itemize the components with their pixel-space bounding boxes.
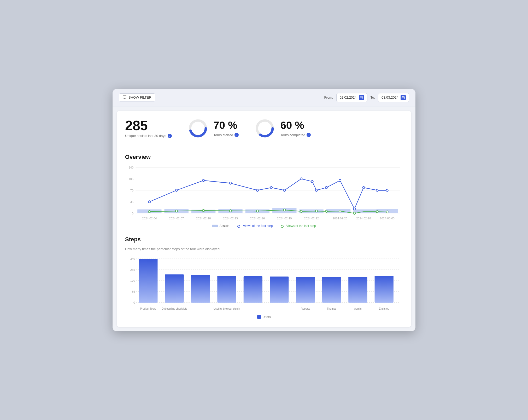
svg-text:2024-02-07: 2024-02-07 <box>169 217 184 220</box>
svg-point-54 <box>386 211 388 213</box>
unique-assists-value: 285 <box>125 119 172 132</box>
svg-point-50 <box>325 210 327 212</box>
svg-point-39 <box>362 186 365 188</box>
to-calendar-icon[interactable] <box>401 95 406 100</box>
unique-assists-stat: 285 Unique assists last 30 days ? <box>125 119 172 138</box>
svg-point-46 <box>256 210 259 212</box>
legend-assists-icon <box>212 225 218 227</box>
tours-started-value: 70 % <box>214 119 239 131</box>
svg-text:2024-02-28: 2024-02-28 <box>356 217 371 220</box>
svg-point-28 <box>202 179 204 181</box>
overview-legend: Assists Views of the first step Views of… <box>125 224 403 228</box>
to-date-input[interactable]: 03.03.2024 <box>378 93 409 102</box>
from-date-input[interactable]: 02.02.2024 <box>336 93 367 102</box>
svg-text:Themes: Themes <box>327 307 336 310</box>
filter-label: SHOW FILTER <box>128 95 151 99</box>
svg-point-53 <box>376 211 378 213</box>
svg-point-38 <box>353 208 355 210</box>
svg-point-34 <box>311 180 313 182</box>
svg-text:340: 340 <box>130 257 135 260</box>
svg-point-29 <box>230 182 232 184</box>
svg-text:70: 70 <box>130 189 133 192</box>
overview-chart: 140 105 70 35 0 <box>125 165 403 222</box>
tours-completed-label: Tours completed ? <box>280 133 311 137</box>
from-date-value: 02.02.2024 <box>340 95 357 99</box>
svg-text:Usetiful browser plugin: Usetiful browser plugin <box>214 307 240 310</box>
bar-chart-legend: Users <box>125 315 403 319</box>
svg-rect-1 <box>402 97 404 99</box>
svg-text:End step: End step <box>379 307 389 310</box>
svg-text:Onboarding checklists: Onboarding checklists <box>161 307 187 310</box>
svg-text:2024-03-03: 2024-03-03 <box>380 217 395 220</box>
svg-point-30 <box>256 189 259 191</box>
svg-point-40 <box>376 189 378 191</box>
svg-text:Reports: Reports <box>301 307 310 310</box>
main-content: 285 Unique assists last 30 days ? 70 % <box>117 111 411 327</box>
stats-row: 285 Unique assists last 30 days ? 70 % <box>125 118 403 146</box>
svg-rect-83 <box>270 277 289 303</box>
tours-completed-stat: 60 % Tours completed ? <box>254 118 311 139</box>
svg-text:2024-02-25: 2024-02-25 <box>333 217 347 220</box>
tours-started-donut <box>187 118 208 139</box>
svg-point-31 <box>270 186 272 188</box>
svg-rect-88 <box>348 277 367 303</box>
from-calendar-icon[interactable] <box>359 95 364 100</box>
show-filter-button[interactable]: SHOW FILTER <box>119 93 155 101</box>
svg-point-51 <box>339 210 341 212</box>
tours-completed-donut <box>254 118 275 139</box>
tours-started-label: Tours started ? <box>214 133 239 137</box>
svg-text:Admin: Admin <box>354 307 361 310</box>
bar-legend-icon <box>257 315 261 319</box>
svg-text:2024-02-10: 2024-02-10 <box>196 217 211 220</box>
legend-last-step: Views of the last step <box>279 224 316 228</box>
tours-completed-help-icon[interactable]: ? <box>307 133 311 137</box>
svg-text:140: 140 <box>129 166 133 169</box>
legend-assists: Assists <box>212 224 229 228</box>
unique-assists-label: Unique assists last 30 days ? <box>125 134 172 138</box>
tours-started-help-icon[interactable]: ? <box>234 133 239 137</box>
tours-started-stat: 70 % Tours started ? <box>187 118 239 139</box>
svg-point-37 <box>339 179 341 181</box>
svg-rect-90 <box>375 276 394 303</box>
legend-last-step-icon <box>279 226 285 226</box>
steps-title: Steps <box>125 236 403 243</box>
to-label: To: <box>371 95 375 99</box>
svg-text:2024-02-04: 2024-02-04 <box>142 217 157 220</box>
legend-first-step: Views of the first step <box>236 224 273 228</box>
overview-section: Overview 140 105 70 35 0 <box>125 154 403 228</box>
svg-point-48 <box>300 210 302 212</box>
svg-text:105: 105 <box>129 177 133 180</box>
svg-point-44 <box>202 209 204 211</box>
svg-point-41 <box>386 189 388 191</box>
date-range: From: 02.02.2024 To: 03.03.2024 <box>324 93 409 102</box>
unique-assists-help-icon[interactable]: ? <box>168 134 172 138</box>
steps-chart: 340 255 170 85 0 Product Tours <box>125 256 403 314</box>
steps-subtitle: How many times the particular steps of t… <box>125 247 403 251</box>
svg-point-43 <box>175 210 178 212</box>
legend-assists-label: Assists <box>219 224 229 228</box>
svg-point-27 <box>175 189 178 191</box>
svg-text:85: 85 <box>132 290 135 293</box>
svg-text:35: 35 <box>130 200 133 203</box>
svg-text:170: 170 <box>130 279 135 282</box>
svg-text:2024-02-13: 2024-02-13 <box>223 217 238 220</box>
svg-rect-0 <box>360 97 363 99</box>
svg-point-26 <box>148 201 150 203</box>
toolbar: SHOW FILTER From: 02.02.2024 To: 03.03.2… <box>113 89 415 106</box>
to-date-value: 03.03.2024 <box>382 95 398 99</box>
legend-first-step-label: Views of the first step <box>243 224 273 228</box>
svg-text:255: 255 <box>130 268 135 271</box>
svg-point-35 <box>315 189 318 191</box>
svg-rect-75 <box>139 259 157 303</box>
filter-icon <box>123 95 126 99</box>
svg-text:0: 0 <box>132 212 133 215</box>
svg-rect-84 <box>296 277 315 303</box>
svg-text:2024-02-19: 2024-02-19 <box>277 217 292 220</box>
svg-rect-82 <box>244 276 262 303</box>
svg-point-47 <box>283 209 285 211</box>
svg-point-32 <box>283 189 285 191</box>
svg-point-36 <box>325 186 327 188</box>
svg-text:Product Tours: Product Tours <box>140 307 156 310</box>
svg-text:2024-02-16: 2024-02-16 <box>250 217 265 220</box>
legend-last-step-label: Views of the last step <box>286 224 316 228</box>
